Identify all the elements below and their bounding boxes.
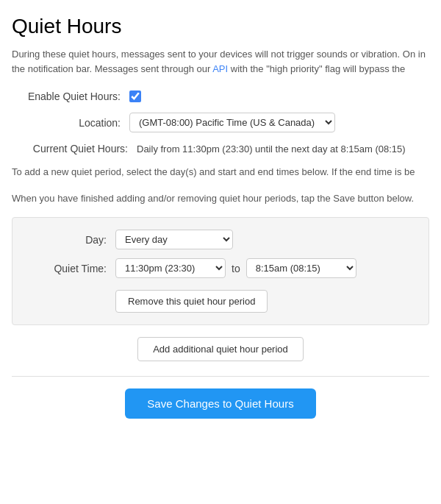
info-text-1: To add a new quiet period, select the da… (12, 165, 429, 180)
intro-text: During these quiet hours, messages sent … (12, 47, 429, 76)
remove-button[interactable]: Remove this quiet hour period (115, 290, 268, 313)
add-period-button[interactable]: Add additional quiet hour period (137, 337, 304, 361)
quiet-time-label: Quiet Time: (27, 263, 115, 274)
api-link[interactable]: API (212, 63, 228, 74)
enable-checkbox[interactable] (129, 90, 141, 102)
day-label: Day: (27, 234, 115, 246)
divider (12, 376, 429, 377)
location-row: Location: (GMT-08:00) Pacific Time (US &… (12, 113, 429, 132)
enable-quiet-hours-row: Enable Quiet Hours: (12, 90, 429, 102)
end-time-select[interactable]: 8:15am (08:15)7:00am (07:00)8:00am (08:0… (246, 258, 356, 278)
current-value: Daily from 11:30pm (23:30) until the nex… (137, 143, 406, 155)
quiet-time-row: Quiet Time: 11:30pm (23:30)11:00pm (23:0… (27, 258, 414, 278)
current-quiet-hours-row: Current Quiet Hours: Daily from 11:30pm … (12, 143, 429, 155)
save-button[interactable]: Save Changes to Quiet Hours (125, 388, 315, 419)
day-select[interactable]: Every dayWeekdaysWeekendsSundayMondayTue… (115, 230, 233, 249)
enable-label: Enable Quiet Hours: (12, 90, 129, 102)
current-label: Current Quiet Hours: (12, 143, 137, 155)
day-row: Day: Every dayWeekdaysWeekendsSundayMond… (27, 230, 414, 249)
location-label: Location: (12, 117, 129, 129)
info-text-2: When you have finished adding and/or rem… (12, 191, 429, 206)
location-select[interactable]: (GMT-08:00) Pacific Time (US & Canada)(G… (129, 113, 335, 132)
remove-btn-row: Remove this quiet hour period (27, 287, 414, 313)
start-time-select[interactable]: 11:30pm (23:30)11:00pm (23:00)10:00pm (2… (115, 258, 226, 278)
time-row: 11:30pm (23:30)11:00pm (23:00)10:00pm (2… (115, 258, 356, 278)
to-text: to (232, 263, 240, 274)
quiet-period-box: Day: Every dayWeekdaysWeekendsSundayMond… (12, 217, 429, 325)
page-title: Quiet Hours (12, 15, 429, 38)
